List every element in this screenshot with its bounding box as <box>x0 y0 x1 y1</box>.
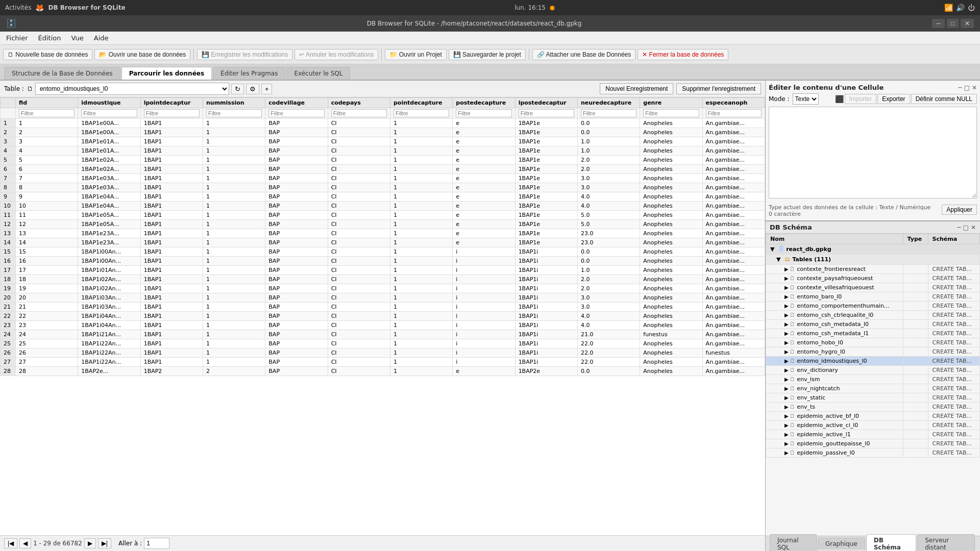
data-cell[interactable]: 10 <box>16 202 78 211</box>
data-cell[interactable]: funestus <box>702 348 765 358</box>
data-cell[interactable]: BAP <box>265 266 328 275</box>
data-cell[interactable]: 1 <box>390 174 452 183</box>
data-cell[interactable]: 1BAP1i22An... <box>78 358 140 367</box>
data-cell[interactable]: 22 <box>16 312 78 321</box>
data-cell[interactable]: i <box>453 339 515 348</box>
data-cell[interactable]: 1BAP1i <box>515 339 577 348</box>
table-expand-icon[interactable]: ▶ <box>785 294 789 299</box>
data-cell[interactable]: 17 <box>16 266 78 275</box>
data-cell[interactable]: 9 <box>16 192 78 202</box>
data-cell[interactable]: 1BAP1 <box>140 146 203 156</box>
data-cell[interactable]: 1 <box>203 165 265 174</box>
data-cell[interactable]: i <box>453 321 515 330</box>
schema-table-row[interactable]: ▶🗋 entomo_idmoustiques_l0CREATE TAB... <box>766 357 980 366</box>
table-expand-icon[interactable]: ▶ <box>785 422 789 428</box>
tab-browse[interactable]: Parcourir les données <box>121 67 212 80</box>
data-cell[interactable]: 1BAP1 <box>140 247 203 257</box>
first-page-btn[interactable]: |◀ <box>4 538 17 548</box>
tab-pragma[interactable]: Éditer les Pragmas <box>213 67 285 80</box>
menu-edition[interactable]: Édition <box>34 33 65 43</box>
data-cell[interactable]: 3.0 <box>577 293 640 303</box>
data-cell[interactable]: 1BAP1e <box>515 146 577 156</box>
cancel-changes-btn[interactable]: ↩ Annuler les modifications <box>295 49 378 60</box>
data-cell[interactable]: CI <box>328 119 390 128</box>
data-cell[interactable]: CI <box>328 339 390 348</box>
schema-table-row[interactable]: ▶🗋 contexte_villesafriqueouestCREATE TAB… <box>766 283 980 292</box>
schema-table-row[interactable]: ▶🗋 epidemio_active_l1CREATE TAB... <box>766 430 980 439</box>
apply-btn[interactable]: Appliquer <box>942 205 977 215</box>
data-cell[interactable]: 1BAP1e05A... <box>78 211 140 220</box>
data-cell[interactable]: e <box>453 146 515 156</box>
col-nummission[interactable]: nummission <box>203 98 265 108</box>
data-cell[interactable]: i <box>453 358 515 367</box>
table-row[interactable]: 18181BAP1i02An...1BAP11BAPCI1i1BAP1i2.0A… <box>1 275 765 284</box>
data-cell[interactable]: 1 <box>203 202 265 211</box>
col-codevillage[interactable]: codevillage <box>265 98 328 108</box>
data-cell[interactable]: 1 <box>390 348 452 358</box>
data-cell[interactable]: e <box>453 156 515 165</box>
data-cell[interactable]: BAP <box>265 229 328 238</box>
data-cell[interactable]: Anopheles <box>640 275 702 284</box>
data-cell[interactable]: 5.0 <box>577 211 640 220</box>
data-cell[interactable]: 1.0 <box>577 146 640 156</box>
table-expand-icon[interactable]: ▶ <box>785 450 789 456</box>
data-cell[interactable]: e <box>453 174 515 183</box>
tab-sql[interactable]: Exécuter le SQL <box>286 67 350 80</box>
null-btn[interactable]: Définir comme NULL <box>911 94 977 104</box>
data-cell[interactable]: e <box>453 119 515 128</box>
data-cell[interactable]: 1BAP1e23A... <box>78 229 140 238</box>
table-row[interactable]: 14141BAP1e23A...1BAP11BAPCI1e1BAP1e23.0A… <box>1 238 765 247</box>
data-cell[interactable]: 1 <box>203 146 265 156</box>
schema-tables-group[interactable]: ▼ 🗂 Tables (111) <box>766 255 980 265</box>
data-cell[interactable]: 5.0 <box>577 220 640 229</box>
data-cell[interactable]: Anopheles <box>640 211 702 220</box>
export-btn[interactable]: Exporter <box>877 94 910 104</box>
data-cell[interactable]: CI <box>328 165 390 174</box>
data-cell[interactable]: 1 <box>203 128 265 137</box>
data-cell[interactable]: CI <box>328 367 390 376</box>
data-cell[interactable]: 3.0 <box>577 303 640 312</box>
data-cell[interactable]: 1BAP1i02An... <box>78 284 140 293</box>
data-cell[interactable]: BAP <box>265 146 328 156</box>
table-filter-btn[interactable]: ⚙ <box>246 84 259 94</box>
table-row[interactable]: 12121BAP1e05A...1BAP11BAPCI1e1BAP1e5.0An… <box>1 220 765 229</box>
col-codepays[interactable]: codepays <box>328 98 390 108</box>
schema-db-root[interactable]: ▼ 🗄 react_db.gpkg <box>766 244 980 255</box>
col-fid[interactable]: fid <box>16 98 78 108</box>
data-cell[interactable]: 4.0 <box>577 312 640 321</box>
data-cell[interactable]: 1 <box>390 312 452 321</box>
data-cell[interactable]: i <box>453 275 515 284</box>
data-cell[interactable]: Anopheles <box>640 321 702 330</box>
data-cell[interactable]: BAP <box>265 119 328 128</box>
data-cell[interactable]: CI <box>328 183 390 192</box>
data-cell[interactable]: 1BAP1 <box>140 358 203 367</box>
data-cell[interactable]: 1BAP1i03An... <box>78 303 140 312</box>
goto-input[interactable] <box>144 538 169 549</box>
table-row[interactable]: 991BAP1e04A...1BAP11BAPCI1e1BAP1e4.0Anop… <box>1 192 765 202</box>
db-expand-icon[interactable]: ▼ <box>770 246 774 253</box>
data-cell[interactable]: 3.0 <box>577 174 640 183</box>
table-row[interactable]: 15151BAP1i00An...1BAP11BAPCI1i1BAP1i0.0A… <box>1 247 765 257</box>
data-cell[interactable]: 1BAP1e01A... <box>78 146 140 156</box>
schema-table-row[interactable]: ▶🗋 entomo_csh_metadata_l0CREATE TAB... <box>766 320 980 329</box>
data-cell[interactable]: CI <box>328 266 390 275</box>
data-cell[interactable]: 1 <box>203 330 265 339</box>
data-cell[interactable]: 1BAP1i04An... <box>78 312 140 321</box>
data-cell[interactable]: 1BAP1i <box>515 293 577 303</box>
col-pointdecapture[interactable]: pointdecapture <box>390 98 452 108</box>
filter-codepays[interactable] <box>331 109 387 117</box>
data-cell[interactable]: 1 <box>203 275 265 284</box>
data-cell[interactable]: Anopheles <box>640 192 702 202</box>
filter-pointdecapture[interactable] <box>394 109 449 117</box>
schema-table-row[interactable]: ▶🗋 env_tsCREATE TAB... <box>766 403 980 412</box>
data-cell[interactable]: An.gambiae... <box>702 174 765 183</box>
table-row[interactable]: 25251BAP1i22An...1BAP11BAPCI1i1BAP1i22.0… <box>1 339 765 348</box>
save-project-btn[interactable]: 💾 Sauvegarder le projet <box>449 49 526 60</box>
data-cell[interactable]: 1 <box>390 293 452 303</box>
data-cell[interactable]: 21.0 <box>577 330 640 339</box>
data-cell[interactable]: i <box>453 266 515 275</box>
data-cell[interactable]: 1 <box>203 192 265 202</box>
data-cell[interactable]: 1BAP1 <box>140 202 203 211</box>
table-row[interactable]: 771BAP1e03A...1BAP11BAPCI1e1BAP1e3.0Anop… <box>1 174 765 183</box>
data-cell[interactable]: 1 <box>203 247 265 257</box>
